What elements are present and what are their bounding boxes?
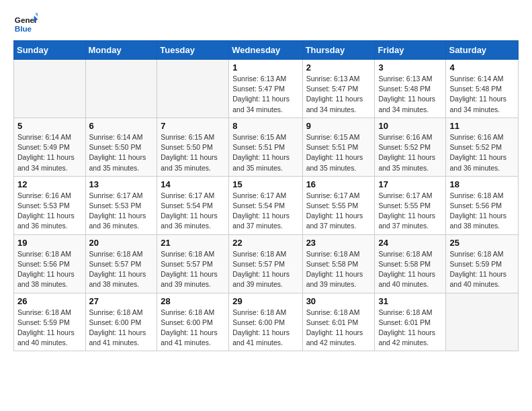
calendar-day-header: Saturday [446,41,519,60]
day-info: Sunrise: 6:13 AM Sunset: 5:47 PM Dayligh… [232,74,298,115]
day-number: 31 [378,296,442,306]
svg-text:Blue: Blue [15,24,32,33]
day-info: Sunrise: 6:17 AM Sunset: 5:53 PM Dayligh… [89,191,154,232]
day-info: Sunrise: 6:15 AM Sunset: 5:51 PM Dayligh… [306,132,371,173]
calendar-table: SundayMondayTuesdayWednesdayThursdayFrid… [13,40,519,351]
day-number: 23 [306,238,371,248]
calendar-week-row: 1Sunrise: 6:13 AM Sunset: 5:47 PM Daylig… [14,60,519,118]
calendar-day-cell: 15Sunrise: 6:17 AM Sunset: 5:54 PM Dayli… [229,176,302,234]
calendar-day-header: Thursday [302,41,375,60]
day-number: 6 [89,121,154,131]
day-number: 27 [89,296,154,306]
calendar-day-cell: 26Sunrise: 6:18 AM Sunset: 5:59 PM Dayli… [14,293,86,351]
calendar-day-cell: 4Sunrise: 6:14 AM Sunset: 5:48 PM Daylig… [446,60,519,118]
calendar-day-cell [85,60,157,118]
day-info: Sunrise: 6:16 AM Sunset: 5:52 PM Dayligh… [449,132,515,173]
calendar-day-cell: 8Sunrise: 6:15 AM Sunset: 5:51 PM Daylig… [229,118,302,176]
calendar-day-cell: 31Sunrise: 6:18 AM Sunset: 6:01 PM Dayli… [375,293,446,351]
calendar-day-cell: 2Sunrise: 6:13 AM Sunset: 5:47 PM Daylig… [302,60,375,118]
day-number: 4 [449,62,515,73]
calendar-day-cell [446,293,519,351]
calendar-day-cell: 21Sunrise: 6:18 AM Sunset: 5:57 PM Dayli… [157,234,229,293]
day-info: Sunrise: 6:18 AM Sunset: 6:00 PM Dayligh… [232,308,298,349]
day-number: 12 [17,179,82,189]
calendar-day-cell: 10Sunrise: 6:16 AM Sunset: 5:52 PM Dayli… [375,118,446,176]
day-info: Sunrise: 6:18 AM Sunset: 5:56 PM Dayligh… [449,191,515,232]
day-number: 20 [89,238,154,248]
calendar-day-cell: 12Sunrise: 6:16 AM Sunset: 5:53 PM Dayli… [14,176,86,234]
day-info: Sunrise: 6:18 AM Sunset: 5:57 PM Dayligh… [89,249,154,290]
day-info: Sunrise: 6:18 AM Sunset: 5:58 PM Dayligh… [306,249,371,290]
day-number: 2 [306,62,371,73]
calendar-day-cell: 13Sunrise: 6:17 AM Sunset: 5:53 PM Dayli… [85,176,157,234]
calendar-day-cell: 22Sunrise: 6:18 AM Sunset: 5:57 PM Dayli… [229,234,302,293]
day-info: Sunrise: 6:18 AM Sunset: 5:56 PM Dayligh… [17,249,82,290]
day-number: 19 [17,238,82,248]
page: General Blue SundayMondayTuesdayWednesda… [0,0,532,358]
day-info: Sunrise: 6:18 AM Sunset: 5:59 PM Dayligh… [449,249,515,290]
day-info: Sunrise: 6:14 AM Sunset: 5:50 PM Dayligh… [89,132,154,173]
day-number: 29 [232,296,298,306]
day-number: 11 [449,121,515,131]
header: General Blue [13,11,519,35]
calendar-day-cell: 27Sunrise: 6:18 AM Sunset: 6:00 PM Dayli… [85,293,157,351]
day-number: 10 [378,121,442,131]
calendar-day-cell: 23Sunrise: 6:18 AM Sunset: 5:58 PM Dayli… [302,234,375,293]
calendar-day-header: Monday [85,41,157,60]
calendar-day-header: Sunday [14,41,86,60]
day-info: Sunrise: 6:18 AM Sunset: 6:00 PM Dayligh… [89,308,154,349]
day-info: Sunrise: 6:17 AM Sunset: 5:54 PM Dayligh… [232,191,298,232]
calendar-day-cell [14,60,86,118]
calendar-day-cell: 25Sunrise: 6:18 AM Sunset: 5:59 PM Dayli… [446,234,519,293]
day-info: Sunrise: 6:17 AM Sunset: 5:55 PM Dayligh… [306,191,371,232]
calendar-week-row: 19Sunrise: 6:18 AM Sunset: 5:56 PM Dayli… [14,234,519,293]
day-info: Sunrise: 6:13 AM Sunset: 5:48 PM Dayligh… [378,74,442,115]
calendar-day-cell: 14Sunrise: 6:17 AM Sunset: 5:54 PM Dayli… [157,176,229,234]
day-info: Sunrise: 6:14 AM Sunset: 5:49 PM Dayligh… [17,132,82,173]
calendar-day-cell: 19Sunrise: 6:18 AM Sunset: 5:56 PM Dayli… [14,234,86,293]
general-blue-logo-icon: General Blue [13,11,38,35]
day-number: 14 [161,179,225,189]
day-info: Sunrise: 6:15 AM Sunset: 5:51 PM Dayligh… [232,132,298,173]
calendar-day-cell: 6Sunrise: 6:14 AM Sunset: 5:50 PM Daylig… [85,118,157,176]
day-number: 3 [378,62,442,73]
day-number: 1 [232,62,298,73]
day-number: 21 [161,238,225,248]
day-number: 7 [161,121,225,131]
day-info: Sunrise: 6:18 AM Sunset: 5:59 PM Dayligh… [17,308,82,349]
day-number: 18 [449,179,515,189]
day-info: Sunrise: 6:14 AM Sunset: 5:48 PM Dayligh… [449,74,515,115]
calendar-week-row: 12Sunrise: 6:16 AM Sunset: 5:53 PM Dayli… [14,176,519,234]
day-info: Sunrise: 6:17 AM Sunset: 5:54 PM Dayligh… [161,191,225,232]
calendar-header-row: SundayMondayTuesdayWednesdayThursdayFrid… [14,41,519,60]
calendar-day-cell: 1Sunrise: 6:13 AM Sunset: 5:47 PM Daylig… [229,60,302,118]
day-info: Sunrise: 6:17 AM Sunset: 5:55 PM Dayligh… [378,191,442,232]
calendar-day-cell: 20Sunrise: 6:18 AM Sunset: 5:57 PM Dayli… [85,234,157,293]
calendar-day-cell: 5Sunrise: 6:14 AM Sunset: 5:49 PM Daylig… [14,118,86,176]
day-info: Sunrise: 6:13 AM Sunset: 5:47 PM Dayligh… [306,74,371,115]
day-number: 30 [306,296,371,306]
day-number: 26 [17,296,82,306]
day-info: Sunrise: 6:15 AM Sunset: 5:50 PM Dayligh… [161,132,225,173]
day-info: Sunrise: 6:18 AM Sunset: 5:57 PM Dayligh… [161,249,225,290]
calendar-day-cell: 28Sunrise: 6:18 AM Sunset: 6:00 PM Dayli… [157,293,229,351]
day-info: Sunrise: 6:18 AM Sunset: 5:58 PM Dayligh… [378,249,442,290]
day-number: 24 [378,238,442,248]
day-info: Sunrise: 6:18 AM Sunset: 6:01 PM Dayligh… [378,308,442,349]
calendar-day-cell: 30Sunrise: 6:18 AM Sunset: 6:01 PM Dayli… [302,293,375,351]
calendar-day-cell: 16Sunrise: 6:17 AM Sunset: 5:55 PM Dayli… [302,176,375,234]
calendar-day-cell: 24Sunrise: 6:18 AM Sunset: 5:58 PM Dayli… [375,234,446,293]
calendar-day-cell: 18Sunrise: 6:18 AM Sunset: 5:56 PM Dayli… [446,176,519,234]
calendar-day-header: Tuesday [157,41,229,60]
day-number: 9 [306,121,371,131]
day-info: Sunrise: 6:16 AM Sunset: 5:52 PM Dayligh… [378,132,442,173]
calendar-day-cell: 9Sunrise: 6:15 AM Sunset: 5:51 PM Daylig… [302,118,375,176]
day-number: 22 [232,238,298,248]
calendar-day-header: Wednesday [229,41,302,60]
calendar-day-cell [157,60,229,118]
day-number: 5 [17,121,82,131]
calendar-week-row: 26Sunrise: 6:18 AM Sunset: 5:59 PM Dayli… [14,293,519,351]
day-number: 25 [449,238,515,248]
day-info: Sunrise: 6:16 AM Sunset: 5:53 PM Dayligh… [17,191,82,232]
calendar-day-cell: 17Sunrise: 6:17 AM Sunset: 5:55 PM Dayli… [375,176,446,234]
